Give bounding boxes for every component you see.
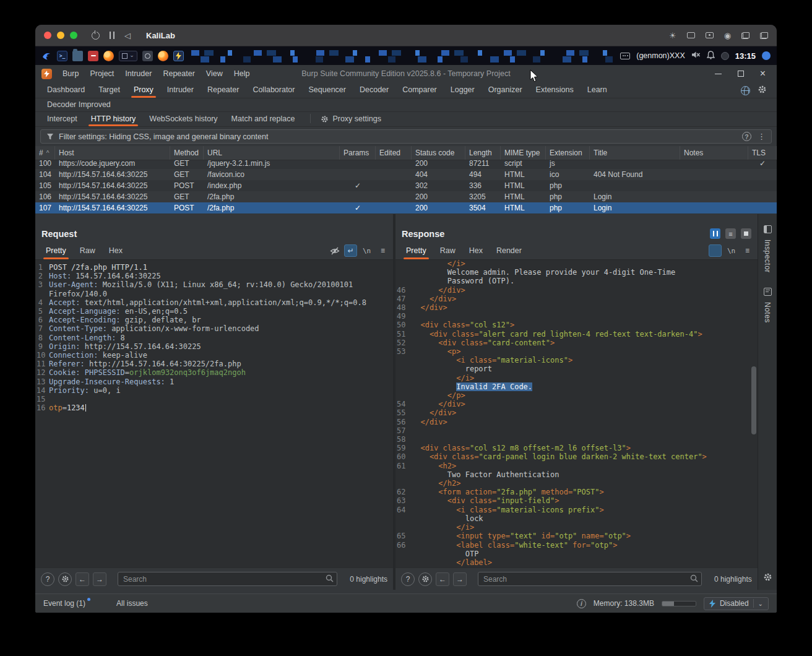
tab-pretty[interactable]: Pretty — [39, 243, 73, 259]
firefox-app-icon[interactable] — [158, 51, 168, 61]
menu-burp[interactable]: Burp — [57, 67, 84, 80]
volume-muted-icon[interactable] — [691, 51, 701, 61]
tab-dashboard[interactable]: Dashboard — [40, 82, 92, 98]
column-header-edited[interactable]: Edited — [376, 146, 412, 160]
gear-icon[interactable] — [763, 572, 772, 584]
notes-icon[interactable] — [764, 288, 772, 296]
help-icon[interactable]: ? — [401, 572, 415, 586]
tab-raw[interactable]: Raw — [73, 243, 102, 259]
text-editor-icon[interactable] — [88, 51, 98, 61]
menu-project[interactable]: Project — [84, 67, 119, 80]
column-header-mime-type[interactable]: MIME type — [501, 146, 546, 160]
wrap-icon[interactable] — [709, 244, 722, 257]
minimize-window-button[interactable] — [57, 32, 64, 39]
maximize-icon[interactable] — [738, 71, 744, 77]
scrollbar-thumb[interactable] — [751, 366, 756, 434]
tab-match-and-replace[interactable]: Match and replace — [225, 112, 302, 126]
pause-button[interactable] — [710, 228, 720, 239]
column-header-length[interactable]: Length — [465, 146, 501, 160]
newline-icon[interactable]: \n — [360, 244, 373, 257]
response-editor[interactable]: </i> Welcome admin. Please provide your … — [395, 260, 758, 568]
tab-decoder-improved[interactable]: Decoder Improved — [40, 98, 118, 111]
prev-match-button[interactable]: ← — [76, 572, 89, 586]
kali-menu-icon[interactable] — [41, 51, 52, 61]
clock[interactable]: 13:15 — [735, 51, 756, 61]
tab-intruder[interactable]: Intruder — [160, 82, 201, 98]
column-header-notes[interactable]: Notes — [680, 146, 748, 160]
inspector-icon[interactable] — [764, 225, 772, 233]
all-issues-button[interactable]: All issues — [116, 599, 148, 608]
notifications-bell-icon[interactable] — [707, 51, 715, 61]
tab-raw[interactable]: Raw — [433, 243, 462, 259]
copy-icon[interactable] — [760, 32, 768, 39]
tab-target[interactable]: Target — [92, 82, 127, 98]
keyboard-icon[interactable] — [620, 53, 630, 59]
intercept-toggle[interactable]: Disabled ⌄ — [704, 597, 769, 610]
more-options-icon[interactable]: ⋮ — [758, 132, 766, 141]
tab-hex[interactable]: Hex — [462, 243, 490, 259]
tab-hex[interactable]: Hex — [102, 243, 129, 259]
table-row[interactable]: 106http://154.57.164.64:30225GET/2fa.php… — [35, 191, 777, 202]
event-log-button[interactable]: Event log (1) — [43, 599, 90, 608]
tab-repeater[interactable]: Repeater — [201, 82, 246, 98]
newline-icon[interactable]: \n — [725, 244, 738, 257]
settings-gear-icon[interactable] — [758, 85, 767, 96]
tab-http-history[interactable]: HTTP history — [84, 112, 143, 126]
tab-render[interactable]: Render — [490, 243, 529, 259]
windows-icon[interactable] — [741, 32, 749, 39]
tab-learn[interactable]: Learn — [581, 82, 614, 98]
table-row[interactable]: 107http://154.57.164.64:30225POST/2fa.ph… — [35, 202, 777, 214]
menu-intruder[interactable]: Intruder — [119, 67, 157, 80]
column-header-tls[interactable]: TLS — [748, 146, 777, 160]
column-header-host[interactable]: Host — [55, 146, 170, 160]
tab-extensions[interactable]: Extensions — [529, 82, 581, 98]
prev-match-button[interactable]: ← — [436, 572, 449, 586]
menu-icon[interactable]: ≡ — [376, 244, 389, 257]
inspector-tab[interactable]: Inspector — [763, 240, 772, 273]
column-header-title[interactable]: Title — [590, 146, 680, 160]
back-icon[interactable]: ◁ — [124, 32, 131, 40]
notes-tab[interactable]: Notes — [763, 302, 772, 323]
tab-comparer[interactable]: Comparer — [395, 82, 444, 98]
search-input[interactable] — [118, 572, 337, 586]
file-manager-icon[interactable] — [72, 51, 83, 61]
column-header-status-code[interactable]: Status code — [412, 146, 465, 160]
gear-icon[interactable] — [418, 572, 432, 586]
column-header-method[interactable]: Method — [170, 146, 204, 160]
tab-intercept[interactable]: Intercept — [40, 112, 84, 126]
tab-sequencer[interactable]: Sequencer — [301, 82, 352, 98]
hide-icon[interactable] — [328, 244, 341, 257]
next-match-button[interactable]: → — [453, 572, 467, 586]
table-row[interactable]: 100https://code.jquery.comGET/jquery-3.2… — [35, 160, 777, 169]
rows-button[interactable]: ≡ — [725, 228, 736, 239]
terminal-icon[interactable]: >_ — [57, 51, 67, 61]
next-match-button[interactable]: → — [93, 572, 106, 586]
table-row[interactable]: 104http://154.57.164.64:30225GET/favicon… — [35, 169, 777, 180]
column-header-params[interactable]: Params — [340, 146, 376, 160]
screenshot-icon[interactable] — [142, 51, 153, 61]
menu-orb-icon[interactable] — [762, 51, 771, 60]
request-editor[interactable]: 1POST /2fa.php HTTP/1.12Host: 154.57.164… — [35, 260, 393, 568]
help-icon[interactable]: ? — [742, 132, 751, 141]
browser-globe-icon[interactable] — [741, 86, 750, 95]
drive-icon[interactable] — [706, 32, 714, 38]
brightness-icon[interactable]: ☀ — [669, 32, 676, 40]
record-icon[interactable]: ◉ — [724, 32, 731, 40]
zoom-window-button[interactable] — [70, 32, 77, 39]
wrap-icon[interactable]: ↵ — [344, 244, 357, 257]
tab-pretty[interactable]: Pretty — [399, 243, 433, 259]
column-header--[interactable]: #^ — [35, 146, 55, 160]
pause-icon[interactable] — [110, 32, 114, 39]
workspace-switcher[interactable] — [119, 51, 137, 61]
minimize-icon[interactable] — [715, 74, 722, 74]
stop-button[interactable] — [741, 228, 751, 239]
gear-icon[interactable] — [58, 572, 72, 586]
column-header-extension[interactable]: Extension — [546, 146, 590, 160]
menu-view[interactable]: View — [201, 67, 228, 80]
close-window-button[interactable] — [44, 32, 51, 39]
column-header-url[interactable]: URL — [204, 146, 340, 160]
close-icon[interactable]: × — [760, 69, 766, 79]
menu-help[interactable]: Help — [228, 67, 256, 80]
search-input[interactable] — [478, 572, 702, 586]
tab-logger[interactable]: Logger — [444, 82, 482, 98]
